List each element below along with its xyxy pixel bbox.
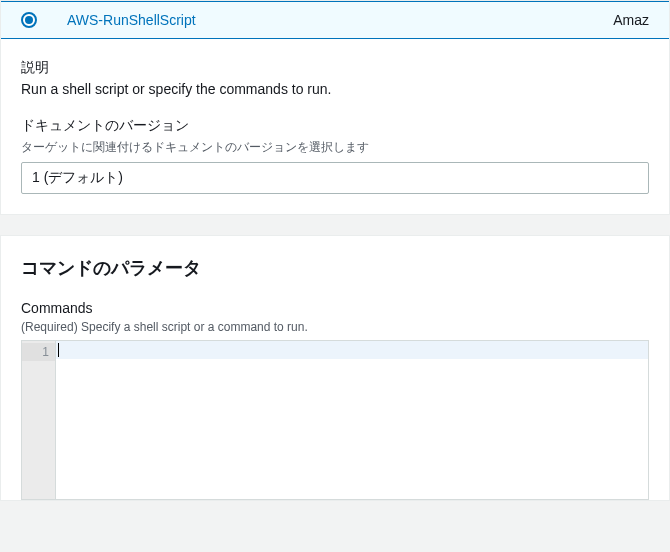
radio-wrap[interactable] <box>21 12 37 28</box>
doc-version-label: ドキュメントのバージョン <box>21 117 649 135</box>
parameters-panel: コマンドのパラメータ Commands (Required) Specify a… <box>0 235 670 501</box>
doc-version-helper: ターゲットに関連付けるドキュメントのバージョンを選択します <box>21 139 649 156</box>
line-number: 1 <box>22 343 55 361</box>
radio-selected-icon <box>21 12 37 28</box>
document-name-link[interactable]: AWS-RunShellScript <box>67 12 613 28</box>
commands-editor[interactable]: 1 <box>21 340 649 500</box>
description-text: Run a shell script or specify the comman… <box>21 81 649 97</box>
document-row[interactable]: AWS-RunShellScript Amaz <box>1 1 669 39</box>
editor-area[interactable] <box>56 341 648 499</box>
editor-gutter: 1 <box>22 341 56 499</box>
description-label: 説明 <box>21 59 649 77</box>
parameters-heading: コマンドのパラメータ <box>21 256 649 280</box>
document-panel: AWS-RunShellScript Amaz 説明 Run a shell s… <box>0 0 670 215</box>
commands-textarea[interactable] <box>56 341 648 499</box>
commands-label: Commands <box>21 300 649 316</box>
document-owner: Amaz <box>613 12 649 28</box>
doc-version-select[interactable]: 1 (デフォルト) <box>21 162 649 194</box>
commands-helper: (Required) Specify a shell script or a c… <box>21 320 649 334</box>
doc-version-selected: 1 (デフォルト) <box>32 169 123 185</box>
